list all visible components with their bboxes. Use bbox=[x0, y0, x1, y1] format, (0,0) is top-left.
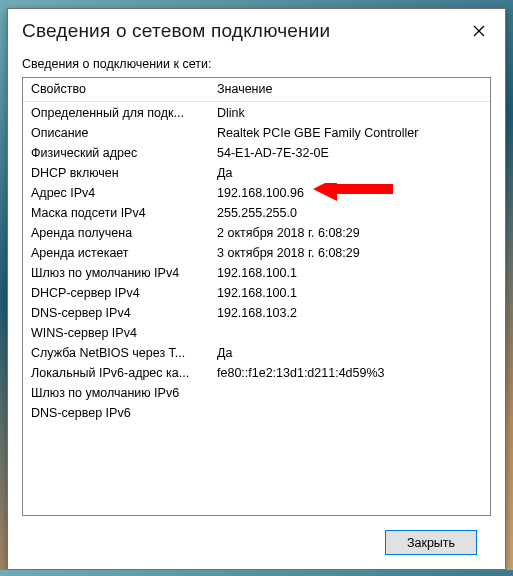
button-row: Закрыть bbox=[22, 516, 491, 569]
property-cell: DHCP-сервер IPv4 bbox=[23, 283, 213, 303]
table-row[interactable]: Маска подсети IPv4255.255.255.0 bbox=[23, 203, 490, 223]
list-rows: Определенный для подк...DlinkОписаниеRea… bbox=[23, 102, 490, 515]
header-value[interactable]: Значение bbox=[213, 82, 490, 96]
value-cell bbox=[213, 323, 490, 343]
property-cell: Аренда истекает bbox=[23, 243, 213, 263]
svg-marker-2 bbox=[313, 183, 393, 201]
property-cell: Маска подсети IPv4 bbox=[23, 203, 213, 223]
value-cell: 192.168.100.1 bbox=[213, 283, 490, 303]
list-header-row: Свойство Значение bbox=[23, 78, 490, 102]
close-button[interactable]: Закрыть bbox=[385, 530, 477, 555]
arrow-annotation-icon bbox=[313, 183, 393, 203]
property-cell: Шлюз по умолчанию IPv6 bbox=[23, 383, 213, 403]
details-list: Свойство Значение Определенный для подк.… bbox=[22, 77, 491, 516]
table-row[interactable]: Определенный для подк...Dlink bbox=[23, 103, 490, 123]
property-cell: Служба NetBIOS через T... bbox=[23, 343, 213, 363]
subheading: Сведения о подключении к сети: bbox=[22, 57, 491, 71]
value-cell: 2 октября 2018 г. 6:08:29 bbox=[213, 223, 490, 243]
value-cell bbox=[213, 403, 490, 423]
table-row[interactable]: Физический адрес54-E1-AD-7E-32-0E bbox=[23, 143, 490, 163]
property-cell: Адрес IPv4 bbox=[23, 183, 213, 203]
table-row[interactable]: DHCP-сервер IPv4192.168.100.1 bbox=[23, 283, 490, 303]
titlebar: Сведения о сетевом подключении bbox=[8, 9, 505, 51]
table-row[interactable]: Аренда истекает3 октября 2018 г. 6:08:29 bbox=[23, 243, 490, 263]
table-row[interactable]: Шлюз по умолчанию IPv4192.168.100.1 bbox=[23, 263, 490, 283]
property-cell: DNS-сервер IPv4 bbox=[23, 303, 213, 323]
value-cell: Да bbox=[213, 163, 490, 183]
property-cell: DHCP включен bbox=[23, 163, 213, 183]
property-cell: Описание bbox=[23, 123, 213, 143]
value-cell: Realtek PCIe GBE Family Controller bbox=[213, 123, 490, 143]
close-icon[interactable] bbox=[465, 17, 493, 45]
property-cell: Определенный для подк... bbox=[23, 103, 213, 123]
value-cell: 192.168.100.96 bbox=[213, 183, 490, 203]
value-cell: Dlink bbox=[213, 103, 490, 123]
value-cell: fe80::f1e2:13d1:d211:4d59%3 bbox=[213, 363, 490, 383]
dialog-title: Сведения о сетевом подключении bbox=[22, 20, 330, 42]
table-row[interactable]: Шлюз по умолчанию IPv6 bbox=[23, 383, 490, 403]
value-cell: 192.168.103.2 bbox=[213, 303, 490, 323]
value-cell bbox=[213, 383, 490, 403]
table-row[interactable]: Аренда получена2 октября 2018 г. 6:08:29 bbox=[23, 223, 490, 243]
property-cell: Аренда получена bbox=[23, 223, 213, 243]
property-cell: Физический адрес bbox=[23, 143, 213, 163]
dialog-content: Сведения о подключении к сети: Свойство … bbox=[8, 51, 505, 569]
table-row[interactable]: Служба NetBIOS через T...Да bbox=[23, 343, 490, 363]
value-cell: 3 октября 2018 г. 6:08:29 bbox=[213, 243, 490, 263]
table-row[interactable]: WINS-сервер IPv4 bbox=[23, 323, 490, 343]
property-cell: Локальный IPv6-адрес ка... bbox=[23, 363, 213, 383]
table-row[interactable]: DNS-сервер IPv6 bbox=[23, 403, 490, 423]
table-row[interactable]: ОписаниеRealtek PCIe GBE Family Controll… bbox=[23, 123, 490, 143]
value-cell: 192.168.100.1 bbox=[213, 263, 490, 283]
header-property[interactable]: Свойство bbox=[23, 82, 213, 96]
value-cell: 255.255.255.0 bbox=[213, 203, 490, 223]
table-row[interactable]: Адрес IPv4192.168.100.96 bbox=[23, 183, 490, 203]
table-row[interactable]: Локальный IPv6-адрес ка...fe80::f1e2:13d… bbox=[23, 363, 490, 383]
property-cell: WINS-сервер IPv4 bbox=[23, 323, 213, 343]
property-cell: DNS-сервер IPv6 bbox=[23, 403, 213, 423]
value-cell: 54-E1-AD-7E-32-0E bbox=[213, 143, 490, 163]
table-row[interactable]: DNS-сервер IPv4192.168.103.2 bbox=[23, 303, 490, 323]
property-cell: Шлюз по умолчанию IPv4 bbox=[23, 263, 213, 283]
table-row[interactable]: DHCP включенДа bbox=[23, 163, 490, 183]
value-cell: Да bbox=[213, 343, 490, 363]
dialog-window: Сведения о сетевом подключении Сведения … bbox=[7, 8, 506, 570]
